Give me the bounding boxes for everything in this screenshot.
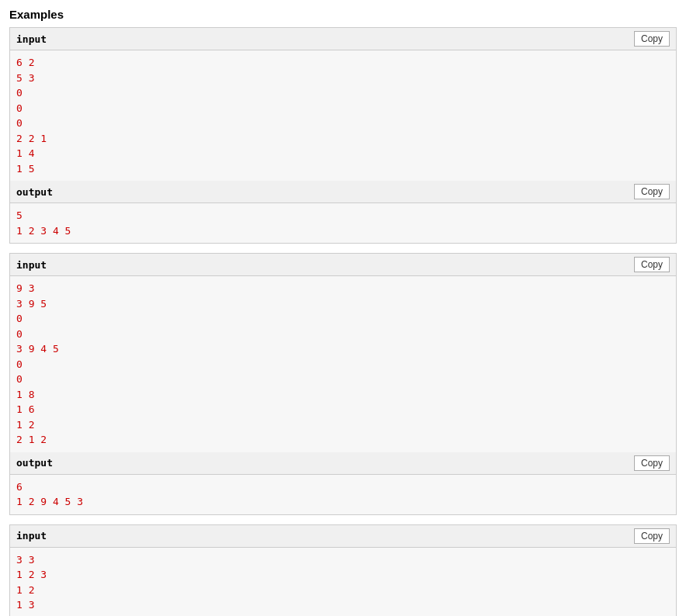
output-content-1: 5 1 2 3 4 5 [10,203,676,243]
input-content-1: 6 2 5 3 0 0 0 2 2 1 1 4 1 5 [10,50,676,181]
output-label-2: output [16,457,53,469]
copy-output-1-button[interactable]: Copy [634,184,670,199]
copy-input-2-button[interactable]: Copy [634,257,670,272]
input-header-2: input Copy [10,254,676,276]
input-label-3: input [16,530,47,542]
output-content-2: 6 1 2 9 4 5 3 [10,475,676,514]
copy-input-1-button[interactable]: Copy [634,31,670,47]
example-block-2: input Copy 9 3 3 9 5 0 0 3 9 4 5 0 0 1 8… [9,253,677,515]
example-block-1: input Copy 6 2 5 3 0 0 0 2 2 1 1 4 1 5 o… [9,27,677,244]
copy-output-2-button[interactable]: Copy [634,455,670,471]
examples-section: Examples input Copy 6 2 5 3 0 0 0 2 2 1 … [9,8,677,616]
copy-input-3-button[interactable]: Copy [634,528,670,544]
example-block-3: input Copy 3 3 1 2 3 1 2 1 3 1 1 output … [9,524,677,617]
examples-title: Examples [9,8,677,21]
input-label-2: input [16,259,47,271]
output-header-2: output Copy [10,452,676,475]
input-content-2: 9 3 3 9 5 0 0 3 9 4 5 0 0 1 8 1 6 1 2 2 … [10,276,676,452]
input-header-1: input Copy [10,28,676,50]
output-label-1: output [16,186,53,198]
input-label-1: input [16,33,47,45]
input-content-3: 3 3 1 2 3 1 2 1 3 1 1 [10,548,676,617]
output-header-1: output Copy [10,181,676,203]
input-header-3: input Copy [10,525,676,548]
